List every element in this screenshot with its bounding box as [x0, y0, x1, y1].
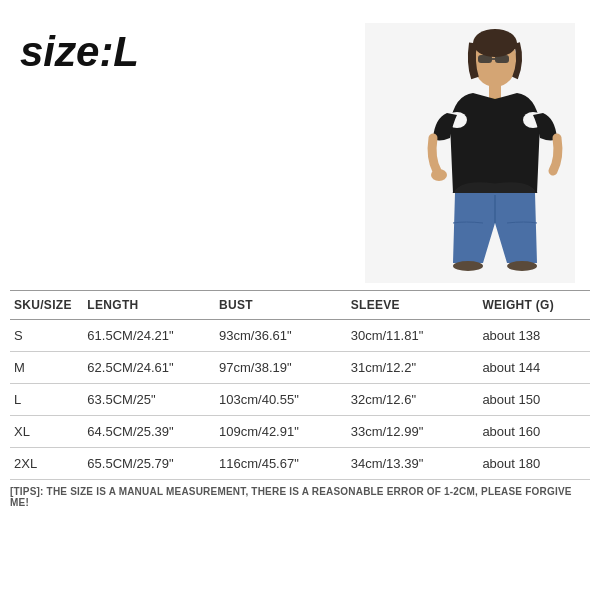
tips-text: [TIPS]: THE SIZE IS A MANUAL MEASUREMENT… — [0, 480, 600, 512]
table-row: L 63.5CM/25" 103cm/40.55" 32cm/12.6" abo… — [10, 384, 590, 416]
cell-bust: 97cm/38.19" — [215, 352, 347, 384]
size-title: size:L — [20, 28, 360, 76]
cell-weight: about 144 — [478, 352, 590, 384]
cell-length: 64.5CM/25.39" — [83, 416, 215, 448]
svg-point-13 — [507, 261, 537, 271]
svg-point-5 — [473, 29, 517, 57]
svg-rect-6 — [489, 85, 501, 99]
cell-weight: about 160 — [478, 416, 590, 448]
header-sleeve: SLEEVE — [347, 291, 479, 320]
cell-length: 61.5CM/24.21" — [83, 320, 215, 352]
table-row: 2XL 65.5CM/25.79" 116cm/45.67" 34cm/13.3… — [10, 448, 590, 480]
size-table-section: SKU/SIZE LENGTH BUST SLEEVE WEIGHT (G) S… — [0, 290, 600, 480]
cell-sku: M — [10, 352, 83, 384]
cell-sleeve: 31cm/12.2" — [347, 352, 479, 384]
cell-bust: 116cm/45.67" — [215, 448, 347, 480]
top-section: size:L — [0, 0, 600, 290]
cell-sleeve: 34cm/13.39" — [347, 448, 479, 480]
cell-sku: L — [10, 384, 83, 416]
header-weight: WEIGHT (G) — [478, 291, 590, 320]
table-row: S 61.5CM/24.21" 93cm/36.61" 30cm/11.81" … — [10, 320, 590, 352]
cell-sleeve: 30cm/11.81" — [347, 320, 479, 352]
cell-weight: about 180 — [478, 448, 590, 480]
model-image-container — [360, 18, 580, 288]
cell-weight: about 138 — [478, 320, 590, 352]
cell-sleeve: 33cm/12.99" — [347, 416, 479, 448]
cell-sleeve: 32cm/12.6" — [347, 384, 479, 416]
model-svg — [365, 23, 575, 283]
table-row: M 62.5CM/24.61" 97cm/38.19" 31cm/12.2" a… — [10, 352, 590, 384]
svg-point-10 — [431, 169, 447, 181]
cell-length: 65.5CM/25.79" — [83, 448, 215, 480]
table-row: XL 64.5CM/25.39" 109cm/42.91" 33cm/12.99… — [10, 416, 590, 448]
cell-weight: about 150 — [478, 384, 590, 416]
header-bust: BUST — [215, 291, 347, 320]
cell-sku: XL — [10, 416, 83, 448]
table-header-row: SKU/SIZE LENGTH BUST SLEEVE WEIGHT (G) — [10, 291, 590, 320]
cell-sku: S — [10, 320, 83, 352]
cell-length: 62.5CM/24.61" — [83, 352, 215, 384]
header-length: LENGTH — [83, 291, 215, 320]
cell-length: 63.5CM/25" — [83, 384, 215, 416]
svg-point-12 — [453, 261, 483, 271]
page-container: size:L — [0, 0, 600, 600]
cell-bust: 109cm/42.91" — [215, 416, 347, 448]
size-table: SKU/SIZE LENGTH BUST SLEEVE WEIGHT (G) S… — [10, 290, 590, 480]
cell-bust: 93cm/36.61" — [215, 320, 347, 352]
cell-bust: 103cm/40.55" — [215, 384, 347, 416]
cell-sku: 2XL — [10, 448, 83, 480]
header-sku: SKU/SIZE — [10, 291, 83, 320]
